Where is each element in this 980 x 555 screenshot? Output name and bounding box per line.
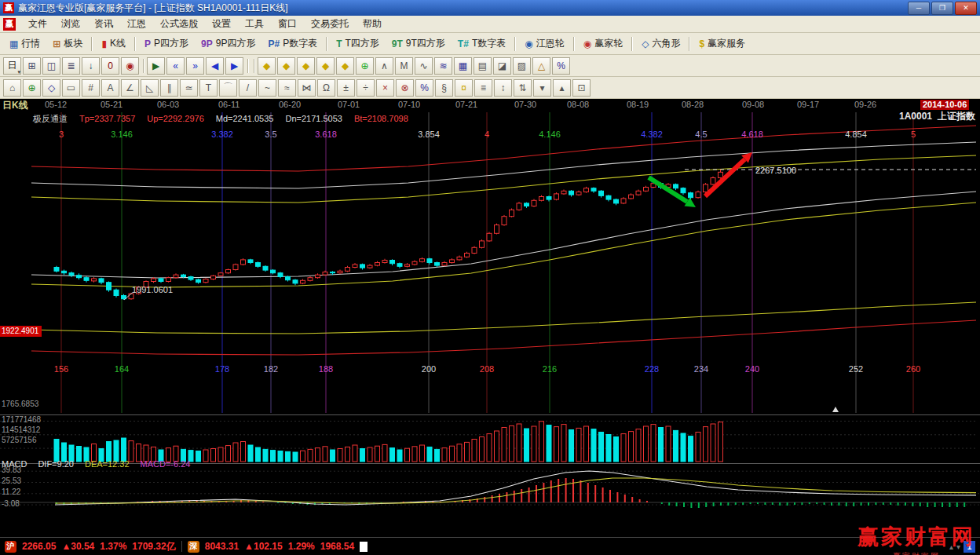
tool-play[interactable]: ▶: [147, 57, 165, 75]
tool-peak[interactable]: ∧: [375, 57, 393, 75]
menu-公式选股[interactable]: 公式选股: [153, 17, 205, 31]
tool-text[interactable]: A: [101, 79, 119, 97]
tool-divide[interactable]: ÷: [357, 79, 375, 97]
toolbar-button-P数字表[interactable]: P#P数字表: [261, 35, 324, 53]
chart-canvas[interactable]: [0, 99, 980, 555]
tool-rows[interactable]: ▤: [474, 57, 492, 75]
tool-rect[interactable]: ▭: [62, 79, 80, 97]
tool-trend[interactable]: /: [239, 79, 257, 97]
tool-swap[interactable]: ⇅: [514, 79, 532, 97]
tool-pct[interactable]: %: [415, 79, 433, 97]
tool-arc[interactable]: ⌒: [219, 79, 237, 97]
tool-tline[interactable]: T: [199, 79, 218, 97]
tool-window[interactable]: ◫: [42, 57, 60, 75]
channel-dn-value: Dn=2171.5053: [285, 115, 342, 123]
toolbar-button-六角形[interactable]: ◇六角形: [635, 35, 686, 53]
tool-plusminus[interactable]: ±: [337, 79, 355, 97]
minimize-button[interactable]: ─: [908, 2, 930, 15]
toolbar-button-江恩轮[interactable]: ◉江恩轮: [518, 35, 570, 53]
tool-zero[interactable]: 0: [101, 57, 119, 75]
gann-ratio-label: 3.854: [418, 130, 440, 139]
tool-gann-4[interactable]: ◆: [316, 57, 335, 75]
tool-half[interactable]: ◪: [493, 57, 511, 75]
close-button[interactable]: ✕: [955, 2, 977, 15]
tool-omega[interactable]: Ω: [317, 79, 335, 97]
tool-triangle[interactable]: △: [532, 57, 550, 75]
menu-窗口[interactable]: 窗口: [271, 17, 304, 31]
symbol-code: 1A0001: [899, 111, 932, 121]
tool-fan[interactable]: ⋈: [298, 79, 316, 97]
toolbar-button-行情[interactable]: ▦行情: [3, 35, 46, 53]
tool-angle[interactable]: ∠: [121, 79, 139, 97]
toolbar-button-9T四方形[interactable]: 9T9T四方形: [386, 35, 452, 53]
tool-flag[interactable]: ◉: [121, 57, 139, 75]
tool-fwd[interactable]: ▶: [225, 57, 243, 75]
tool-gann-5[interactable]: ◆: [336, 57, 354, 75]
status-bar: 沪 2266.05 ▲30.54 1.37% 1709.32亿 深 8043.3…: [0, 537, 980, 555]
menu-工具[interactable]: 工具: [238, 17, 271, 31]
tool-hatch[interactable]: ▨: [513, 57, 531, 75]
tool-fullscreen[interactable]: ⊡: [572, 79, 591, 97]
menu-文件[interactable]: 文件: [21, 17, 54, 31]
tool-approx[interactable]: ≃: [180, 79, 198, 97]
menu-浏览[interactable]: 浏览: [54, 17, 87, 31]
tool-gann-3[interactable]: ◆: [297, 57, 315, 75]
tool-target[interactable]: ⊕: [356, 57, 374, 75]
toolbar-button-赢家服务[interactable]: $赢家服务: [693, 35, 751, 53]
toolbar-button-赢家轮[interactable]: ◉赢家轮: [577, 35, 629, 53]
tool-grid[interactable]: ⊞: [23, 57, 41, 75]
tool-hexagon[interactable]: ◇: [42, 79, 60, 97]
tool-fast-back[interactable]: «: [166, 57, 185, 75]
menu-交易委托[interactable]: 交易委托: [304, 17, 356, 31]
sh-index-amount: 1709.32亿: [132, 540, 175, 553]
nine-t-square-icon: 9T: [392, 39, 403, 49]
tool-curve[interactable]: ~: [258, 79, 276, 97]
tool-down-small[interactable]: ▾: [533, 79, 551, 97]
tool-channel[interactable]: ≈: [278, 79, 296, 97]
menu-资讯[interactable]: 资讯: [87, 17, 120, 31]
tool-layers[interactable]: ≡: [474, 79, 492, 97]
toolbar-button-板块[interactable]: ⊞板块: [46, 35, 89, 53]
tool-wave[interactable]: ∿: [415, 57, 433, 75]
chart-region: 05-1205-2106-0306-1106-2007-0107-1007-21…: [0, 99, 980, 555]
tool-home[interactable]: ⌂: [3, 79, 21, 97]
tool-updown[interactable]: ↕: [494, 79, 512, 97]
tool-download[interactable]: ↓: [82, 57, 100, 75]
maximize-button[interactable]: ❐: [931, 2, 953, 15]
toolbar-button-9P四方形[interactable]: 9P9P四方形: [195, 35, 261, 53]
tool-section[interactable]: §: [435, 79, 453, 97]
tool-times[interactable]: ×: [376, 79, 394, 97]
sz-index-change: ▲102.15: [244, 541, 283, 552]
tool-gann-1[interactable]: ◆: [258, 57, 276, 75]
tool-percent[interactable]: %: [552, 57, 570, 75]
toolbar-separator: [143, 59, 144, 73]
tool-table[interactable]: ▦: [454, 57, 472, 75]
text-cursor[interactable]: [360, 542, 368, 552]
toolbar-button-K线[interactable]: ▮K线: [95, 35, 132, 53]
macd-dea-line: [55, 478, 976, 503]
tool-wedge[interactable]: ◺: [141, 79, 159, 97]
tool-back[interactable]: ◀: [206, 57, 224, 75]
gann-ratio-label: 4.618: [741, 130, 763, 139]
menu-江恩[interactable]: 江恩: [120, 17, 153, 31]
toolbar-separator: [247, 59, 249, 73]
tool-delete[interactable]: ⊗: [396, 79, 414, 97]
tool-bands[interactable]: ≋: [434, 57, 452, 75]
toolbar-button-P四方形[interactable]: PP四方形: [138, 35, 195, 53]
tool-crosshair[interactable]: ⊕: [23, 79, 41, 97]
drawn-arrows: [649, 152, 752, 207]
tool-fast-fwd[interactable]: »: [186, 57, 204, 75]
p-square-icon: P: [144, 39, 151, 49]
tool-gann-2[interactable]: ◆: [277, 57, 295, 75]
toolbar-button-T数字表[interactable]: T#T数字表: [452, 35, 512, 53]
tool-list[interactable]: ≣: [62, 57, 80, 75]
menu-设置[interactable]: 设置: [205, 17, 238, 31]
tool-period[interactable]: 日▾: [3, 57, 21, 75]
tool-coin[interactable]: ¤: [455, 79, 473, 97]
tool-wave-m[interactable]: M: [395, 57, 413, 75]
toolbar-button-T四方形[interactable]: TT四方形: [330, 35, 386, 53]
tool-parallel[interactable]: ∥: [160, 79, 178, 97]
tool-up-small[interactable]: ▴: [553, 79, 571, 97]
menu-帮助[interactable]: 帮助: [356, 17, 389, 31]
tool-hash[interactable]: #: [82, 79, 100, 97]
